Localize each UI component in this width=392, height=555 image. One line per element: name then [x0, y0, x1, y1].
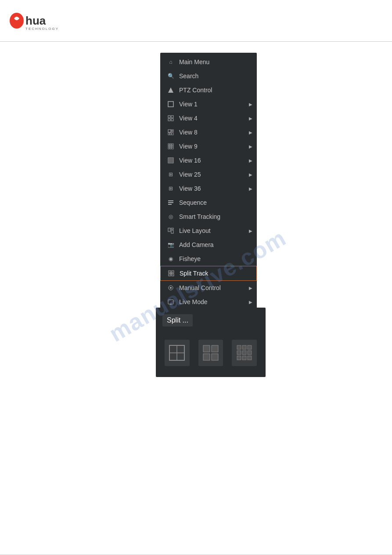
split-nine-button[interactable]	[232, 340, 257, 366]
svg-rect-14	[172, 133, 173, 135]
split-dialog-title: Split ...	[162, 314, 193, 326]
menu-item-fisheye[interactable]: ◉ Fisheye	[160, 252, 257, 266]
menu-item-main-menu[interactable]: ⌂ Main Menu	[160, 55, 257, 69]
svg-rect-59	[203, 345, 210, 352]
svg-text:TECHNOLOGY: TECHNOLOGY	[25, 27, 59, 31]
menu-label-view4: View 4	[179, 115, 250, 122]
smart-tracking-icon: ◎	[167, 213, 175, 221]
menu-item-view8[interactable]: View 8 ▶	[160, 125, 257, 139]
logo-container: hua TECHNOLOGY	[9, 10, 61, 32]
svg-rect-62	[212, 354, 218, 360]
svg-rect-35	[171, 228, 173, 229]
menu-label-fisheye: Fisheye	[179, 255, 250, 262]
menu-label-view1: View 1	[179, 101, 250, 108]
svg-rect-12	[168, 133, 169, 135]
arrow-icon-live-layout: ▶	[249, 229, 252, 233]
svg-rect-19	[170, 145, 171, 147]
menu-item-manual-control[interactable]: Manual Control ▶	[160, 281, 257, 295]
svg-rect-69	[237, 356, 241, 360]
add-camera-icon: 📷	[167, 241, 175, 249]
split-dialog: Split ...	[156, 308, 266, 377]
menu-label-smart-tracking: Smart Tracking	[179, 213, 250, 220]
svg-rect-45	[168, 300, 173, 304]
split-quad-button[interactable]	[198, 340, 223, 366]
menu-item-view36[interactable]: ⊞ View 36 ▶	[160, 181, 257, 196]
view4-icon	[167, 114, 175, 122]
arrow-icon-live-mode: ▶	[249, 300, 252, 305]
dahua-logo: hua TECHNOLOGY	[9, 10, 61, 32]
split-single-icon	[168, 344, 186, 362]
fisheye-icon: ◉	[167, 255, 175, 263]
menu-item-view1[interactable]: View 1 ▶	[160, 97, 257, 111]
arrow-icon-view25: ▶	[249, 172, 252, 177]
menu-label-add-camera: Add Camera	[179, 241, 250, 248]
menu-item-live-mode[interactable]: Live Mode ▶	[160, 295, 257, 309]
menu-label-view25: View 25	[179, 171, 250, 178]
menu-item-view9[interactable]: View 9 ▶	[160, 139, 257, 153]
svg-rect-17	[172, 144, 173, 145]
svg-rect-20	[172, 145, 173, 147]
menu-label-view9: View 9	[179, 143, 250, 150]
view8-icon	[167, 128, 175, 136]
menu-label-view36: View 36	[179, 185, 250, 192]
svg-rect-23	[172, 147, 173, 149]
menu-item-view25[interactable]: ⊞ View 25 ▶	[160, 167, 257, 181]
svg-point-0	[10, 13, 24, 29]
split-quad-icon	[202, 344, 219, 362]
view1-icon	[167, 100, 175, 108]
menu-item-live-layout[interactable]: Live Layout ▶	[160, 224, 257, 238]
svg-rect-60	[212, 345, 218, 352]
svg-rect-4	[168, 102, 173, 107]
menu-label-ptz-control: PTZ Control	[179, 87, 250, 94]
svg-rect-61	[203, 354, 210, 360]
svg-rect-33	[168, 204, 172, 205]
menu-label-manual-control: Manual Control	[179, 284, 250, 291]
live-layout-icon	[167, 227, 175, 235]
svg-rect-34	[168, 228, 170, 232]
live-mode-icon	[167, 298, 175, 306]
view16-icon	[167, 156, 175, 164]
arrow-icon-manual-control: ▶	[249, 286, 252, 290]
svg-rect-68	[248, 351, 252, 355]
menu-item-view4[interactable]: View 4 ▶	[160, 111, 257, 125]
menu-label-live-mode: Live Mode	[179, 298, 250, 305]
menu-label-live-layout: Live Layout	[179, 227, 250, 234]
ptz-icon	[167, 86, 175, 94]
menu-label-split-track: Split Track	[180, 270, 250, 277]
menu-item-split-track[interactable]: Split Track	[160, 266, 257, 281]
menu-item-smart-tracking[interactable]: ◎ Smart Tracking	[160, 210, 257, 224]
arrow-icon-view8: ▶	[249, 130, 252, 135]
svg-rect-6	[171, 116, 173, 118]
menu-item-add-camera[interactable]: 📷 Add Camera	[160, 238, 257, 252]
view36-icon: ⊞	[167, 185, 175, 192]
svg-rect-67	[242, 351, 246, 355]
svg-rect-8	[171, 119, 173, 121]
svg-text:hua: hua	[25, 14, 46, 27]
svg-rect-64	[242, 345, 246, 349]
menu-item-search[interactable]: 🔍 Search	[160, 69, 257, 83]
menu-item-sequence[interactable]: Sequence	[160, 196, 257, 210]
menu-item-ptz-control[interactable]: PTZ Control	[160, 83, 257, 97]
svg-rect-18	[168, 145, 169, 147]
svg-rect-13	[170, 133, 171, 135]
arrow-icon-view1: ▶	[249, 102, 252, 107]
split-single-button[interactable]	[165, 340, 190, 366]
svg-rect-10	[171, 130, 173, 131]
svg-rect-22	[170, 147, 171, 149]
svg-rect-66	[237, 351, 241, 355]
svg-rect-63	[237, 345, 241, 349]
arrow-icon-view9: ▶	[249, 144, 252, 149]
menu-label-view8: View 8	[179, 129, 250, 136]
svg-rect-7	[168, 119, 170, 121]
svg-rect-9	[168, 130, 171, 132]
svg-rect-36	[171, 230, 173, 233]
search-icon: 🔍	[167, 72, 175, 80]
menu-item-view16[interactable]: View 16 ▶	[160, 153, 257, 167]
menu-label-view16: View 16	[179, 157, 250, 164]
menu-label-search: Search	[179, 73, 250, 80]
home-icon: ⌂	[167, 58, 175, 66]
svg-rect-65	[248, 345, 252, 349]
svg-rect-71	[248, 356, 252, 360]
svg-rect-31	[168, 200, 173, 201]
svg-point-44	[170, 287, 172, 289]
